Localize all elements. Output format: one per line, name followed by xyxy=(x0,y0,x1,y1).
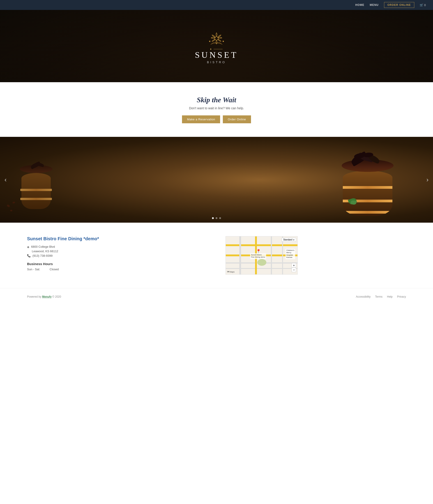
road-v3 xyxy=(271,236,272,274)
maps-label: Maps xyxy=(230,271,234,273)
copyright-text: © 2020 xyxy=(52,295,61,298)
footer-accessibility-link[interactable]: Accessibility xyxy=(356,295,371,298)
restaurant-map-label: Sunset BistroFine Dining demo xyxy=(250,253,266,259)
road-v4 xyxy=(282,236,283,274)
hours-section: Business Hours Sun - Sat: Closed xyxy=(27,262,208,271)
restaurant-name: Sunset Bistro Fine Dining *demo* xyxy=(27,236,208,241)
svg-point-2 xyxy=(223,41,224,42)
nearby-label: Children'sMercyHospitalKansas xyxy=(286,249,295,259)
map-standard-button[interactable]: Standard ∨ xyxy=(282,238,296,242)
food-image xyxy=(0,137,433,223)
address-line1: 6800 College Blvd xyxy=(31,245,55,248)
footer: Powered by Menufy © 2020 Accessibility T… xyxy=(0,288,433,305)
skip-section: Skip the Wait Don't want to wait in line… xyxy=(0,82,433,137)
road-v1 xyxy=(239,236,241,274)
road-h1 xyxy=(226,244,297,246)
map-container: 📍 Sunset BistroFine Dining demo Children… xyxy=(225,236,298,275)
restaurant-info: Sunset Bistro Fine Dining *demo* ◆ 6800 … xyxy=(27,236,208,271)
park-area xyxy=(257,259,266,266)
cart-icon[interactable]: 🛒 0 xyxy=(420,3,426,7)
hours-days: Sun - Sat: xyxy=(27,268,43,271)
road-h4 xyxy=(226,268,297,269)
carousel-dot-3[interactable] xyxy=(219,217,221,219)
food-carousel: ‹ › xyxy=(0,137,433,223)
hero-section: SUNSET BISTRO xyxy=(0,10,433,82)
footer-help-link[interactable]: Help xyxy=(387,295,393,298)
footer-links: Accessibility Terms Help Privacy xyxy=(356,295,406,298)
map-zoom-controls: + − xyxy=(292,263,296,272)
nav-home[interactable]: HOME xyxy=(355,3,364,7)
address-line2: Leawood, KS 66112 xyxy=(32,250,58,253)
phone-block: 📞 (913) 738-9399 xyxy=(27,254,208,257)
footer-left: Powered by Menufy © 2020 xyxy=(27,295,61,298)
sunset-logo-icon xyxy=(203,28,230,46)
map-pin: 📍 xyxy=(256,249,261,254)
hero-title: SUNSET xyxy=(195,51,238,59)
svg-point-1 xyxy=(209,41,210,42)
carousel-dot-2[interactable] xyxy=(216,217,217,219)
order-online-button[interactable]: ORDER ONLINE xyxy=(384,2,414,8)
footer-terms-link[interactable]: Terms xyxy=(375,295,382,298)
skip-title: Skip the Wait xyxy=(5,96,428,104)
nav-menu[interactable]: MENU xyxy=(370,3,378,7)
order-online-skip-button[interactable]: Order Online xyxy=(223,115,251,123)
map-zoom-out-button[interactable]: − xyxy=(292,268,296,272)
navigation: HOME MENU ORDER ONLINE 🛒 0 xyxy=(0,0,433,10)
hero-subtitle: BISTRO xyxy=(207,61,226,64)
map-section: 📍 Sunset BistroFine Dining demo Children… xyxy=(225,236,406,275)
powered-by-text: Powered by xyxy=(27,295,42,298)
footer-privacy-link[interactable]: Privacy xyxy=(397,295,406,298)
carousel-dot-1[interactable] xyxy=(212,217,214,219)
carousel-indicators xyxy=(212,217,221,219)
carousel-prev-button[interactable]: ‹ xyxy=(5,176,7,183)
phone-number: (913) 738-9399 xyxy=(33,254,52,257)
location-icon: ◆ xyxy=(27,245,29,249)
menufy-link[interactable]: Menufy xyxy=(42,295,52,298)
hours-row: Sun - Sat: Closed xyxy=(27,268,208,271)
apple-maps-logo: 🗺 Maps xyxy=(227,271,234,273)
info-section: Sunset Bistro Fine Dining *demo* ◆ 6800 … xyxy=(0,223,433,288)
make-reservation-button[interactable]: Make a Reservation xyxy=(182,115,220,123)
hours-status: Closed xyxy=(50,268,59,271)
hero-dots-left xyxy=(210,49,223,50)
hero-content: SUNSET BISTRO xyxy=(195,28,238,64)
phone-icon: 📞 xyxy=(27,254,31,257)
skip-buttons: Make a Reservation Order Online xyxy=(5,115,428,123)
map-zoom-in-button[interactable]: + xyxy=(292,263,296,268)
skip-subtitle: Don't want to wait in line? We can help. xyxy=(5,106,428,110)
cart-count: 0 xyxy=(424,3,426,7)
address-block: ◆ 6800 College Blvd Leawood, KS 66112 xyxy=(27,245,208,253)
map-controls[interactable]: Standard ∨ xyxy=(282,238,296,242)
carousel-next-button[interactable]: › xyxy=(426,176,428,183)
hours-title: Business Hours xyxy=(27,262,208,266)
